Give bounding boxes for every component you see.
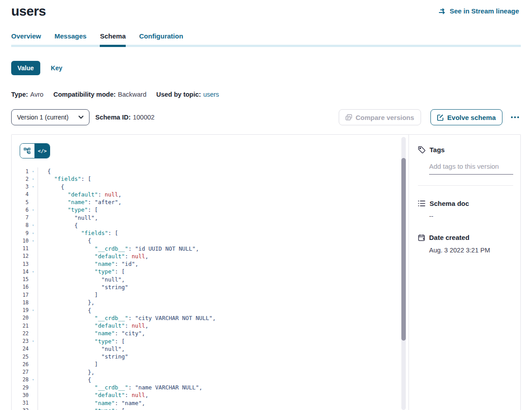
tags-header: Tags: [418, 146, 513, 154]
fold-arrow-icon[interactable]: ▾: [29, 339, 38, 343]
tree-view-button[interactable]: [20, 144, 35, 158]
meta-compatibility: Compatibility mode:Backward: [53, 91, 146, 98]
code-gutter: 8▾: [12, 222, 38, 229]
fold-arrow-icon[interactable]: ▾: [29, 239, 38, 243]
editor-scrollbar[interactable]: [401, 137, 406, 410]
schema-doc-header: Schema doc: [418, 200, 513, 207]
type-value: Avro: [30, 91, 44, 98]
tab-messages[interactable]: Messages: [55, 32, 87, 47]
code-gutter: 26: [12, 360, 38, 368]
key-tab-button[interactable]: Key: [51, 64, 63, 72]
code-line: 19▾ {: [12, 307, 409, 314]
line-number: 9: [12, 230, 29, 236]
line-number: 13: [12, 261, 29, 267]
schema-meta: Type:Avro Compatibility mode:Backward Us…: [11, 91, 532, 98]
fold-arrow-icon[interactable]: ▾: [29, 177, 38, 181]
code-gutter: 14▾: [12, 268, 38, 275]
version-select[interactable]: Version 1 (current): [11, 109, 89, 125]
code-gutter: 29: [12, 384, 38, 391]
code-text: ]: [38, 361, 98, 367]
sidebar-divider: [418, 185, 513, 186]
tab-configuration[interactable]: Configuration: [139, 32, 183, 47]
version-bar: Version 1 (current) Schema ID:100002 Com…: [11, 109, 521, 125]
tab-schema[interactable]: Schema: [100, 32, 126, 47]
line-number: 2: [12, 176, 29, 182]
code-gutter: 5: [12, 198, 38, 206]
compare-versions-icon: [345, 114, 352, 121]
code-text: "null",: [38, 214, 98, 221]
code-line: 20 "__crdb__": "city VARCHAR NOT NULL",: [12, 314, 409, 322]
code-line: 18 },: [12, 299, 409, 306]
schema-kind-toggle: Value Key: [11, 61, 532, 75]
schema-sidebar: Tags Schema doc --: [409, 135, 520, 410]
date-created-section: Date created Aug. 3 2022 3:21 PM: [418, 234, 513, 254]
fold-arrow-icon[interactable]: ▾: [29, 231, 38, 235]
tag-icon: [418, 146, 426, 154]
code-line: 13 "name": "id",: [12, 260, 409, 268]
fold-arrow-icon[interactable]: ▾: [29, 184, 38, 189]
fold-arrow-icon[interactable]: ▾: [29, 223, 38, 227]
compare-versions-button[interactable]: Compare versions: [339, 109, 421, 125]
code-gutter: 16: [12, 283, 38, 291]
fold-arrow-icon[interactable]: ▾: [29, 308, 38, 312]
code-text: {: [38, 168, 51, 175]
line-number: 24: [12, 346, 29, 352]
fold-arrow-icon[interactable]: ▾: [29, 208, 38, 212]
code-text: "default": null,: [38, 253, 149, 260]
line-number: 28: [12, 376, 29, 383]
add-tags-input[interactable]: [429, 162, 513, 175]
code-text: "__crdb__": "city VARCHAR NOT NULL",: [38, 315, 216, 321]
fold-arrow-icon[interactable]: ▾: [29, 377, 38, 382]
code-text: "default": null,: [38, 191, 122, 198]
editor-view-toggle: </>: [20, 143, 50, 158]
code-line: 16 "string": [12, 283, 409, 291]
fold-arrow-icon[interactable]: ▾: [29, 169, 38, 174]
code-line: 5 "name": "after",: [12, 198, 409, 206]
code-gutter: 32▾: [12, 407, 38, 410]
code-text: {: [38, 222, 78, 229]
code-gutter: 7: [12, 214, 38, 222]
code-gutter: 27: [12, 368, 38, 376]
code-text: "fields": [: [38, 230, 118, 236]
date-created-value: Aug. 3 2022 3:21 PM: [429, 247, 513, 254]
code-text: "fields": [: [38, 175, 91, 182]
topic-link[interactable]: users: [203, 91, 219, 98]
code-line: 6▾ "type": [: [12, 206, 409, 214]
topic-tabs: Overview Messages Schema Configuration: [11, 32, 521, 47]
code-text: "type": [: [38, 338, 125, 345]
code-gutter: 22: [12, 329, 38, 337]
schema-doc-section: Schema doc --: [418, 200, 513, 220]
line-number: 29: [12, 384, 29, 391]
fold-arrow-icon[interactable]: ▾: [29, 408, 38, 410]
tags-section: Tags: [418, 146, 513, 186]
code-line: 2▾ "fields": [: [12, 175, 409, 183]
line-number: 10: [12, 238, 29, 244]
fold-arrow-icon[interactable]: ▾: [29, 269, 38, 274]
code-view-button[interactable]: </>: [35, 144, 50, 158]
code-text: {: [38, 307, 91, 314]
line-number: 7: [12, 214, 29, 221]
more-options-button[interactable]: [509, 115, 521, 120]
line-number: 17: [12, 292, 29, 298]
chevron-down-icon: [78, 115, 84, 119]
line-number: 22: [12, 330, 29, 337]
line-number: 30: [12, 392, 29, 398]
schema-id: Schema ID:100002: [95, 114, 154, 121]
schema-id-value: 100002: [133, 114, 154, 121]
stream-lineage-icon: [438, 8, 447, 14]
editor-scrollbar-thumb[interactable]: [401, 158, 406, 341]
code-line: 1▾{: [12, 167, 409, 175]
tab-overview[interactable]: Overview: [11, 32, 41, 47]
schema-code: 1▾{2▾ "fields": [3▾ {4 "default": null,5…: [12, 167, 409, 410]
code-line: 32▾ "type": [: [12, 407, 409, 410]
see-in-stream-lineage-link[interactable]: See in Stream lineage: [438, 7, 519, 15]
code-text: "type": [: [38, 268, 125, 275]
code-gutter: 18: [12, 299, 38, 306]
code-line: 10▾ {: [12, 237, 409, 244]
date-created-header: Date created: [418, 234, 513, 241]
code-view-icon: </>: [38, 148, 47, 154]
evolve-schema-button[interactable]: Evolve schema: [430, 109, 502, 125]
line-number: 25: [12, 354, 29, 360]
value-tab-button[interactable]: Value: [11, 61, 40, 75]
code-text: "null",: [38, 346, 125, 352]
